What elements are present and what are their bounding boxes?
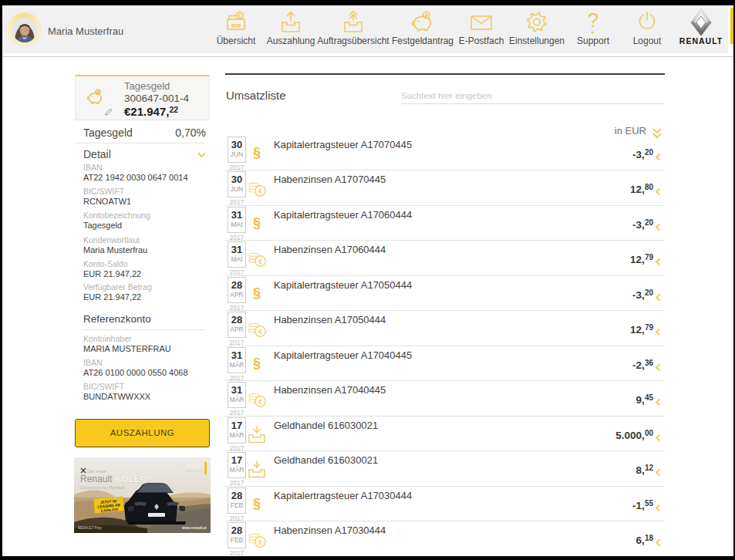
- svg-text:€: €: [238, 12, 241, 19]
- svg-text:BANK direkt: BANK direkt: [186, 470, 203, 473]
- svg-text:www.renault.at: www.renault.at: [181, 526, 207, 530]
- svg-text:€: €: [258, 538, 262, 546]
- svg-text:Renault KOLEOS: Renault KOLEOS: [80, 474, 153, 484]
- svg-text:?: ?: [588, 9, 598, 32]
- svg-text:RENAULT Frey: RENAULT Frey: [78, 526, 103, 530]
- svg-text:€: €: [258, 328, 262, 336]
- svg-text:Crossover by Renault: Crossover by Renault: [80, 485, 125, 490]
- svg-text:€: €: [258, 187, 262, 195]
- svg-text:€: €: [258, 398, 262, 406]
- svg-text:€: €: [258, 258, 262, 265]
- svg-text:RENAULT: RENAULT: [186, 464, 204, 468]
